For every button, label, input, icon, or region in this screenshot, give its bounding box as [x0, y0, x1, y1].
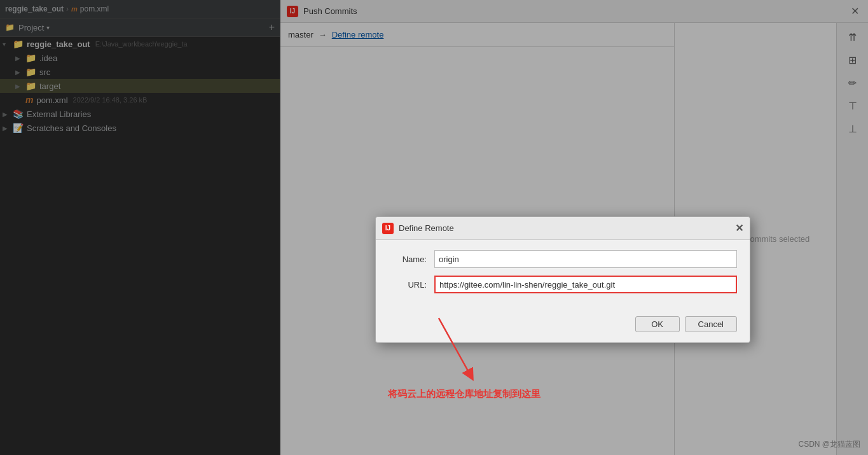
- ok-button[interactable]: OK: [635, 316, 680, 332]
- define-remote-dialog: IJ Define Remote ✕ Name: URL: OK Cancel: [375, 216, 750, 343]
- name-input[interactable]: [434, 250, 737, 268]
- url-input[interactable]: [434, 276, 737, 293]
- define-remote-title: Define Remote: [399, 223, 735, 233]
- name-row: Name:: [389, 250, 737, 268]
- define-remote-footer: OK Cancel: [376, 311, 750, 342]
- define-remote-close-button[interactable]: ✕: [735, 222, 743, 234]
- intellij-icon-define: IJ: [382, 223, 394, 234]
- define-remote-body: Name: URL:: [376, 240, 750, 311]
- cancel-button[interactable]: Cancel: [685, 316, 737, 332]
- define-remote-title-bar: IJ Define Remote ✕: [376, 217, 750, 240]
- name-label: Name:: [389, 255, 427, 264]
- url-row: URL:: [389, 276, 737, 293]
- url-label: URL:: [389, 280, 427, 290]
